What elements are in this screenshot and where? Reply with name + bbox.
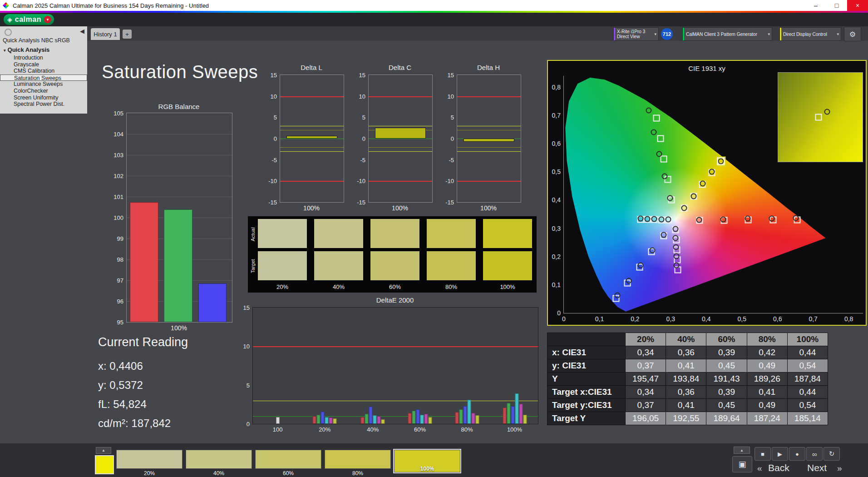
workflow-sidebar: ◀ Quick Analysis NBC sRGB ▾Quick Analysi… bbox=[0, 26, 87, 114]
collapse-controls-button[interactable]: ▲ bbox=[734, 447, 750, 454]
settings-gear-button[interactable]: ⚙ bbox=[844, 27, 861, 41]
pattern-patch-20%[interactable]: 20% bbox=[116, 450, 182, 469]
pattern-patch-100%[interactable]: 100% bbox=[394, 450, 460, 472]
back-chevron-icon[interactable]: « bbox=[757, 463, 762, 473]
sidebar-item-spectral-power-dist-[interactable]: Spectral Power Dist. bbox=[0, 101, 87, 108]
sidebar-item-colorchecker[interactable]: ColorChecker bbox=[0, 88, 87, 94]
deltae-bar-group bbox=[361, 308, 385, 424]
next-chevron-icon[interactable]: » bbox=[837, 463, 842, 473]
play-button[interactable]: ▶ bbox=[772, 447, 788, 461]
delta_c-refline bbox=[369, 126, 432, 126]
deltae2000-plot: 15105010020%40%60%80%100% bbox=[252, 307, 538, 424]
add-tab-button[interactable]: + bbox=[123, 30, 132, 39]
cie-inset-target-marker bbox=[815, 114, 822, 121]
table-row-label: Target y:CIE31 bbox=[547, 399, 625, 412]
cie-measured-marker bbox=[637, 262, 643, 268]
refresh-button[interactable]: ↻ bbox=[824, 447, 840, 461]
deltae-ytick-label: 0 bbox=[247, 421, 250, 427]
pattern-patch-80%[interactable]: 80% bbox=[325, 450, 391, 469]
cie-ytick-label: 0,6 bbox=[552, 140, 561, 147]
pattern-patch-label: 60% bbox=[256, 470, 321, 477]
toolbar: History 1 + X-Rite i1Pro 3 Direct View ▾… bbox=[0, 26, 868, 41]
sidebar-collapse-button[interactable]: ◀ bbox=[80, 28, 84, 35]
delta_h-bar bbox=[464, 139, 514, 142]
record-button[interactable]: ● bbox=[789, 447, 805, 461]
window-title: Calman 2025 Calman Ultimate for Business… bbox=[13, 2, 209, 9]
swatch-column-label: 100% bbox=[483, 283, 532, 291]
table-value-cell: 193,84 bbox=[666, 373, 706, 385]
next-button[interactable]: Next bbox=[807, 462, 827, 473]
table-header-cell: 80% bbox=[747, 333, 787, 346]
pattern-patch-60%[interactable]: 60% bbox=[255, 450, 321, 469]
deltae-bar bbox=[276, 417, 280, 424]
calman-logo-text: calman bbox=[15, 15, 41, 24]
deltae-bar bbox=[424, 414, 428, 424]
back-button[interactable]: Back bbox=[768, 462, 789, 473]
sidebar-item-grayscale[interactable]: Grayscale bbox=[0, 61, 87, 68]
table-value-cell: 0,41 bbox=[666, 359, 706, 372]
sidebar-item-screen-uniformity[interactable]: Screen Uniformity bbox=[0, 94, 87, 101]
active-pattern-swatch[interactable] bbox=[95, 455, 114, 474]
stop-button[interactable]: ■ bbox=[755, 447, 771, 461]
meter-dropdown[interactable]: X-Rite i1Pro 3 Direct View ▾ bbox=[613, 27, 659, 41]
caret-up-icon: ▲ bbox=[102, 448, 105, 452]
deltae-bar bbox=[412, 411, 416, 424]
deltae-bar bbox=[361, 417, 365, 424]
cie-ytick-label: 0,7 bbox=[552, 112, 561, 119]
delta-l-xlabel: 100% bbox=[280, 204, 343, 212]
tree-root-quick-analysis[interactable]: ▾Quick Analysis bbox=[4, 46, 49, 53]
table-value-cell: 0,41 bbox=[747, 386, 787, 398]
delta_h-ytick-label: 0 bbox=[451, 135, 454, 142]
target-swatch-20% bbox=[258, 251, 307, 280]
delta-l-chart: Delta L 151050-5-10-15 100% bbox=[261, 64, 352, 214]
table-row-label: x: CIE31 bbox=[547, 346, 625, 359]
table-row: Y195,47193,84191,43189,26187,84 bbox=[547, 373, 828, 385]
table-value-cell: 185,14 bbox=[788, 412, 828, 425]
rgb-gridline bbox=[127, 155, 232, 155]
pattern-patch-40%[interactable]: 40% bbox=[186, 450, 252, 469]
delta_h-refline bbox=[457, 151, 521, 152]
maximize-button[interactable]: □ bbox=[826, 0, 847, 11]
deltae-ytick-label: 10 bbox=[243, 343, 250, 350]
rgb-balance-title: RGB Balance bbox=[126, 103, 232, 110]
workflow-circle-icon[interactable] bbox=[5, 29, 12, 36]
delta_l-ytick-label: -10 bbox=[268, 178, 277, 184]
minimize-button[interactable]: – bbox=[805, 0, 826, 11]
delta_l-refline bbox=[280, 181, 344, 182]
delta_h-refline bbox=[457, 96, 521, 97]
delta_l-refline bbox=[280, 126, 344, 126]
calman-logo-button[interactable]: ◈ calman ▾ bbox=[4, 14, 54, 25]
sidebar-item-cms-calibration[interactable]: CMS Calibration bbox=[0, 68, 87, 75]
rgb-bar-green bbox=[164, 209, 192, 322]
cie-measured-marker bbox=[649, 248, 655, 253]
bottom-bar: ▲ 20%40%60%80%100% ▲ ▣ ■ ▶ ● ∞ ↻ « Back … bbox=[0, 443, 868, 477]
deltae-bar bbox=[507, 403, 510, 424]
close-button[interactable]: × bbox=[847, 0, 868, 11]
cie-xtick-label: 0,5 bbox=[738, 315, 746, 323]
sidebar-item-luminance-sweeps[interactable]: Luminance Sweeps bbox=[0, 81, 87, 88]
table-row-label: y: CIE31 bbox=[547, 359, 625, 372]
cie-xtick-label: 0,6 bbox=[773, 315, 782, 323]
cie-ytick-label: 0,5 bbox=[552, 168, 561, 175]
delta_l-ytick-label: 15 bbox=[271, 72, 277, 79]
display-control-dropdown[interactable]: Direct Display Control ▾ bbox=[779, 27, 841, 41]
table-value-cell: 0,42 bbox=[747, 346, 787, 359]
meter-count-badge[interactable]: 712 bbox=[661, 28, 673, 40]
main-menu-chevron-icon[interactable]: ▾ bbox=[44, 16, 51, 23]
delta_c-ytick-label: 0 bbox=[362, 135, 365, 142]
refresh-icon: ↻ bbox=[829, 450, 835, 458]
sidebar-item-introduction[interactable]: Introduction bbox=[0, 55, 87, 61]
deltae-bar bbox=[467, 400, 471, 424]
collapse-preview-button[interactable]: ▲ bbox=[96, 447, 111, 454]
sidebar-item-saturation-sweeps[interactable]: Saturation Sweeps bbox=[0, 75, 87, 81]
cie-measured-marker bbox=[658, 217, 664, 223]
pattern-window-button[interactable]: ▣ bbox=[732, 456, 752, 472]
continuous-measure-button[interactable]: ∞ bbox=[806, 447, 823, 461]
tab-history-1[interactable]: History 1 bbox=[91, 28, 120, 40]
chevron-down-icon: ▾ bbox=[652, 32, 658, 36]
table-value-cell: 0,45 bbox=[706, 399, 746, 412]
cie-ytick-label: 0,3 bbox=[552, 225, 561, 232]
table-value-cell: 0,44 bbox=[788, 386, 828, 398]
pattern-generator-dropdown[interactable]: CalMAN Client 3 Pattern Generator ▾ bbox=[682, 27, 772, 41]
maximize-icon: □ bbox=[835, 2, 838, 9]
